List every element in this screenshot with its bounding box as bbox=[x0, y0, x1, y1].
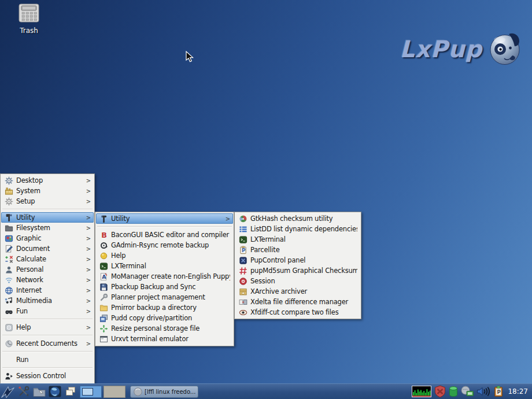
submenu-arrow-icon: > bbox=[86, 178, 91, 184]
trash-label: Trash bbox=[12, 27, 46, 35]
clipboard-manager[interactable]: P bbox=[494, 386, 503, 397]
submenu-arrow-icon: > bbox=[86, 235, 91, 242]
task-button-label: [lffl linux freedo... bbox=[145, 389, 195, 395]
disk-usage[interactable] bbox=[449, 386, 458, 397]
submenu-arrow-icon: > bbox=[86, 277, 91, 283]
menu-item-parcellite[interactable]: PParcellite bbox=[235, 245, 360, 255]
cpu-monitor[interactable] bbox=[412, 386, 431, 397]
menu-item-run[interactable]: Run bbox=[1, 354, 94, 365]
main-menu: Desktop>System>Setup>Utility>Filesystem>… bbox=[0, 173, 95, 384]
browser-button[interactable] bbox=[47, 384, 62, 399]
menu-item-label: GtkHash checksum utility bbox=[250, 215, 357, 223]
menu-item-pudd-copy-drive-partition[interactable]: Pudd copy drive/partition bbox=[96, 313, 233, 323]
menu-item-label: PupControl panel bbox=[250, 256, 357, 264]
menu-separator bbox=[2, 209, 93, 210]
terminal-icon bbox=[239, 235, 247, 244]
menu-item-momanager-create-non-english-puppy[interactable]: AMoManager create non-English Puppy bbox=[96, 271, 233, 282]
svg-text:B: B bbox=[101, 231, 106, 239]
submenu-arrow-icon: > bbox=[86, 298, 91, 304]
folder-cursor-icon bbox=[33, 386, 46, 397]
submenu-arrow-icon: > bbox=[86, 198, 91, 205]
submenu-arrow-icon: > bbox=[86, 341, 91, 347]
menu-item-label: Pmirror backup a directory bbox=[111, 304, 230, 312]
menu-separator bbox=[97, 226, 232, 227]
menu-item-utility[interactable]: Utility> bbox=[1, 212, 94, 223]
menu-item-utility[interactable]: Utility> bbox=[96, 213, 233, 224]
submenu-arrow-icon: > bbox=[86, 246, 91, 252]
xdelta-icon bbox=[239, 298, 247, 306]
task-button[interactable]: [lffl linux freedo... bbox=[130, 386, 198, 398]
lxpup-logo: LxPup bbox=[400, 32, 522, 66]
menu-item-bacongui-basic-editor-and-compiler[interactable]: BBaconGUI BASIC editor and compiler bbox=[96, 230, 233, 240]
network-status[interactable] bbox=[460, 386, 474, 397]
menu-item-recent-documents[interactable]: Recent Documents> bbox=[1, 338, 94, 349]
menu-item-xarchive-archiver[interactable]: XArchive archiver bbox=[235, 286, 360, 297]
menu-item-label: Desktop bbox=[16, 176, 84, 184]
trash-desktop-icon[interactable]: Trash bbox=[12, 3, 46, 35]
submenu-arrow-icon: > bbox=[86, 256, 91, 263]
iconify-windows-button[interactable] bbox=[62, 384, 78, 399]
menu-item-pmirror-backup-a-directory[interactable]: Pmirror backup a directory bbox=[96, 302, 233, 313]
blank-icon bbox=[5, 356, 13, 364]
menu-item-graphic[interactable]: Graphic> bbox=[1, 233, 94, 243]
tools-button[interactable] bbox=[16, 384, 31, 399]
menu-item-system[interactable]: System> bbox=[1, 186, 94, 196]
floppy-icon bbox=[99, 283, 108, 291]
menu-item-label: pupMd5sum Graphical Checksum bbox=[250, 267, 357, 275]
globe-sphere-icon bbox=[134, 387, 142, 396]
menu-button[interactable] bbox=[0, 384, 16, 399]
menu-item-session[interactable]: Session bbox=[235, 276, 360, 286]
workspace-2[interactable] bbox=[104, 386, 125, 398]
menu-item-network[interactable]: Network> bbox=[1, 275, 94, 285]
menu-item-help[interactable]: Help> bbox=[1, 322, 94, 332]
menu-item-label: LXTerminal bbox=[250, 235, 357, 243]
trash-icon bbox=[17, 3, 40, 23]
menu-item-document[interactable]: Document> bbox=[1, 243, 94, 254]
lxpup-menu-icon bbox=[1, 385, 15, 398]
menu-item-label: Setup bbox=[16, 197, 84, 205]
firewall-status[interactable] bbox=[434, 385, 446, 398]
menu-item-label: Personal bbox=[16, 265, 84, 274]
menu-item-gtkhash-checksum-utility[interactable]: GtkHash checksum utility bbox=[235, 213, 360, 224]
menu-item-internet[interactable]: Internet> bbox=[1, 285, 94, 295]
menu-item-personal[interactable]: Personal> bbox=[1, 264, 94, 275]
menu-item-label: Network bbox=[16, 276, 84, 284]
menu-item-pupcontrol-panel[interactable]: PupControl panel bbox=[235, 255, 360, 265]
globe-icon bbox=[5, 286, 13, 295]
workspace-1[interactable] bbox=[80, 386, 102, 398]
menu-item-lxterminal[interactable]: LXTerminal bbox=[235, 234, 360, 245]
menu-item-pupmd5sum-graphical-checksum[interactable]: pupMd5sum Graphical Checksum bbox=[235, 265, 360, 276]
menu-item-calculate[interactable]: Calculate> bbox=[1, 254, 94, 264]
menu-item-multimedia[interactable]: Multimedia> bbox=[1, 295, 94, 306]
menu-item-label: Multimedia bbox=[16, 297, 84, 305]
menu-item-planner-project-management[interactable]: Planner project management bbox=[96, 292, 233, 302]
menu-item-lxterminal[interactable]: LXTerminal bbox=[96, 261, 233, 271]
submenu-arrow-icon: > bbox=[86, 215, 91, 221]
menu-item-label: Filesystem bbox=[16, 224, 84, 232]
file-manager-button[interactable] bbox=[31, 384, 47, 399]
menu-item-fun[interactable]: Fun> bbox=[1, 306, 94, 316]
wifi-icon bbox=[5, 276, 13, 285]
menu-item-urxvt-terminal-emulator[interactable]: Urxvt terminal emulator bbox=[96, 334, 233, 344]
submenu-arrow-icon: > bbox=[86, 324, 91, 331]
menu-item-setup[interactable]: Setup> bbox=[1, 196, 94, 206]
menu-item-listdd-list-dynamic-dependencies[interactable]: ListDD list dynamic dependencies bbox=[235, 224, 360, 234]
menu-item-help[interactable]: Help bbox=[96, 250, 233, 261]
rsync-icon bbox=[99, 241, 108, 250]
menu-item-xfdiff-cut-compare-two-files[interactable]: Xfdiff-cut compare two files bbox=[235, 307, 360, 317]
session-power-icon bbox=[239, 277, 247, 286]
lxpup-logo-text: LxPup bbox=[400, 36, 482, 62]
menu-item-desktop[interactable]: Desktop> bbox=[1, 175, 94, 186]
volume-control[interactable] bbox=[476, 386, 492, 397]
fun-icon bbox=[5, 307, 13, 316]
menu-separator bbox=[2, 335, 93, 336]
menu-item-xdelta-file-difference-manager[interactable]: Xdelta file difference manager bbox=[235, 297, 360, 307]
menu-item-pbackup-backup-and-sync[interactable]: Pbackup Backup and Sync bbox=[96, 282, 233, 292]
menu-item-filesystem[interactable]: Filesystem> bbox=[1, 223, 94, 233]
menu-item-gadmin-rsync-remote-backup[interactable]: GAdmin-Rsync remote backup bbox=[96, 240, 233, 250]
multimedia-icon bbox=[5, 297, 13, 305]
menu-separator bbox=[2, 367, 93, 368]
menu-item-session-control[interactable]: Session Control bbox=[1, 371, 94, 381]
gtkhash-icon bbox=[239, 215, 247, 223]
menu-item-resize-personal-storage-file[interactable]: Resize personal storage file bbox=[96, 323, 233, 334]
